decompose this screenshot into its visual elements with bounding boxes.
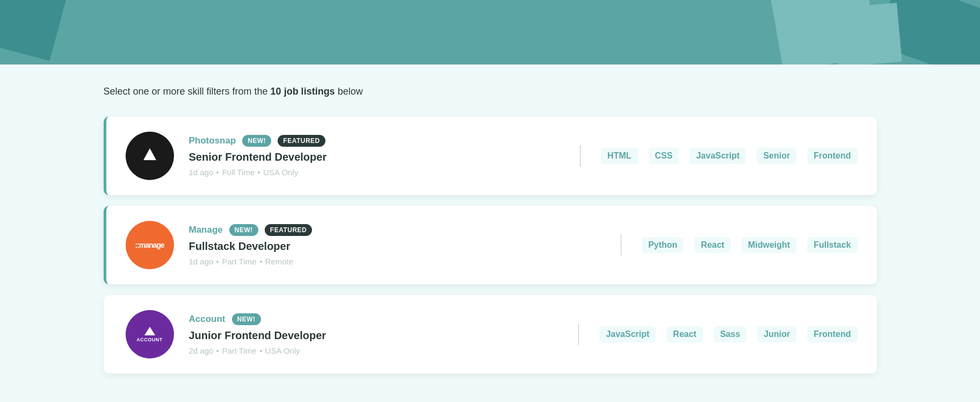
badge-featured: FEATURED [265, 224, 312, 236]
job-tag[interactable]: Python [642, 237, 684, 253]
job-info: Account NEW! Junior Frontend Developer 2… [189, 313, 558, 355]
job-list: Photosnap NEW! FEATURED Senior Frontend … [104, 117, 877, 374]
job-tag[interactable]: Sass [714, 326, 746, 342]
company-logo [126, 132, 174, 180]
job-contract: Full Time [222, 168, 255, 177]
dot-separator [216, 261, 219, 263]
job-tags: HTMLCSSJavaScriptSeniorFrontend [601, 148, 857, 164]
badge-new: NEW! [229, 224, 258, 236]
job-location: USA Only [265, 346, 300, 355]
job-tag[interactable]: Midweight [742, 237, 796, 253]
job-tag[interactable]: React [666, 326, 703, 342]
job-tag[interactable]: Junior [757, 326, 796, 342]
job-meta: 1d ago Full Time USA Only [189, 168, 560, 177]
hero-banner [0, 0, 980, 64]
job-card: ::manage Manage NEW! FEATURED Fullstack … [104, 206, 877, 284]
job-tag[interactable]: HTML [601, 148, 637, 164]
card-divider [621, 234, 621, 256]
job-meta: 1d ago Part Time Remote [189, 257, 601, 266]
job-posted: 2d ago [189, 346, 214, 355]
svg-marker-1 [144, 327, 155, 335]
company-header: Photosnap NEW! FEATURED [189, 135, 560, 147]
hero-decoration-right2 [832, 3, 902, 64]
company-logo-icon [140, 146, 159, 166]
job-info: Manage NEW! FEATURED Fullstack Developer… [189, 224, 601, 266]
job-tag[interactable]: Frontend [807, 148, 857, 164]
svg-marker-0 [143, 148, 156, 160]
job-location: USA Only [263, 168, 298, 177]
dot-separator [260, 261, 262, 263]
job-title[interactable]: Senior Frontend Developer [189, 151, 560, 163]
job-posted: 1d ago [189, 257, 214, 266]
dot-separator [258, 171, 260, 174]
badge-new: NEW! [242, 135, 271, 147]
badge-featured: FEATURED [278, 135, 325, 147]
job-meta: 2d ago Part Time USA Only [189, 346, 558, 355]
company-name: Account [189, 314, 226, 325]
card-divider [580, 145, 580, 167]
company-logo-account: ACCOUNT [136, 327, 163, 342]
job-title[interactable]: Junior Frontend Developer [189, 329, 558, 342]
job-tag[interactable]: Senior [757, 148, 796, 164]
job-info: Photosnap NEW! FEATURED Senior Frontend … [189, 135, 560, 177]
dot-separator [216, 171, 219, 174]
company-name: Manage [189, 225, 223, 235]
job-posted: 1d ago [189, 168, 214, 177]
job-tag[interactable]: React [694, 237, 731, 253]
job-title[interactable]: Fullstack Developer [189, 240, 601, 253]
job-card: Photosnap NEW! FEATURED Senior Frontend … [104, 117, 877, 195]
company-logo: ::manage [126, 221, 174, 269]
badge-new: NEW! [232, 313, 261, 325]
company-name: Photosnap [189, 135, 236, 146]
job-card: ACCOUNT Account NEW! Junior Frontend Dev… [104, 295, 877, 374]
company-logo: ACCOUNT [126, 310, 174, 358]
dot-separator [260, 350, 262, 352]
job-tag[interactable]: JavaScript [689, 148, 746, 164]
filter-description: Select one or more skill filters from th… [104, 86, 877, 97]
job-contract: Part Time [222, 257, 256, 266]
company-logo-text: ::manage [135, 241, 164, 249]
job-tag[interactable]: Fullstack [807, 237, 857, 253]
job-tags: PythonReactMidweightFullstack [642, 237, 857, 253]
job-tag[interactable]: Frontend [807, 326, 857, 342]
job-tag[interactable]: JavaScript [599, 326, 656, 342]
job-tag[interactable]: CSS [649, 148, 679, 164]
card-divider [578, 324, 579, 345]
company-header: Manage NEW! FEATURED [189, 224, 601, 236]
job-contract: Part Time [222, 346, 256, 355]
dot-separator [216, 350, 219, 352]
company-header: Account NEW! [189, 313, 558, 325]
job-location: Remote [265, 257, 294, 266]
job-tags: JavaScriptReactSassJuniorFrontend [599, 326, 857, 342]
